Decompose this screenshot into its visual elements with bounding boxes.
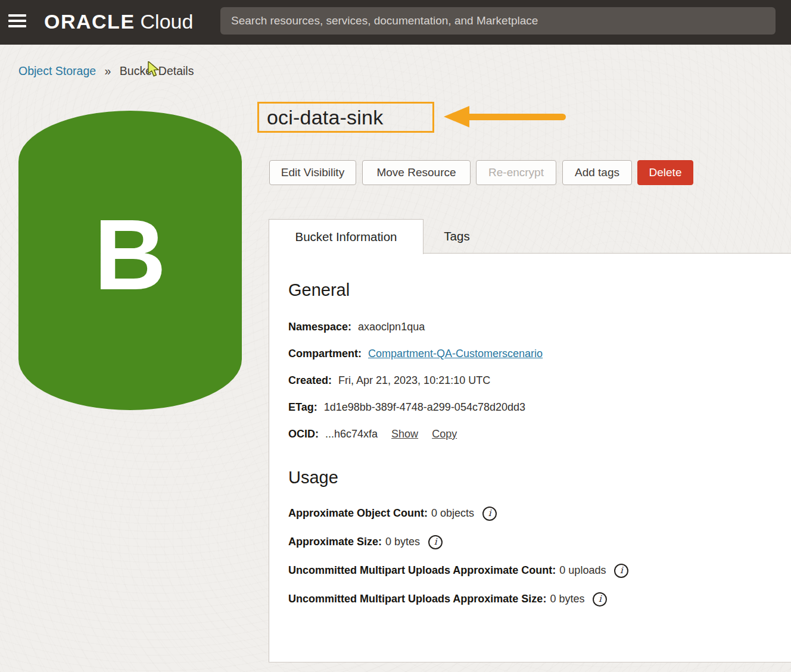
- page-title: oci-data-sink: [259, 106, 383, 129]
- search-input[interactable]: [220, 7, 776, 35]
- uncommitted-count-row: Uncommitted Multipart Uploads Approximat…: [288, 562, 767, 579]
- breadcrumb-object-storage-link[interactable]: Object Storage: [18, 64, 96, 77]
- info-icon[interactable]: i: [428, 535, 443, 549]
- uncommitted-size-row: Uncommitted Multipart Uploads Approximat…: [288, 591, 767, 607]
- bucket-icon-letter: B: [94, 198, 166, 323]
- etag-value: 1d1e98bb-389f-4748-a299-054c78d20dd3: [324, 401, 525, 413]
- info-icon[interactable]: i: [614, 564, 628, 578]
- bucket-title-highlight-box: oci-data-sink: [257, 102, 434, 133]
- delete-button[interactable]: Delete: [637, 160, 693, 185]
- ocid-row: OCID: ...h6c74xfa Show Copy: [288, 428, 767, 440]
- ocid-label: OCID:: [288, 428, 319, 440]
- namespace-value: axaoclpn1qua: [358, 321, 425, 333]
- ocid-copy-link[interactable]: Copy: [432, 428, 457, 440]
- etag-label: ETag:: [288, 401, 317, 413]
- general-heading: General: [288, 280, 767, 300]
- compartment-row: Compartment: Compartment-QA-Customerscen…: [288, 348, 767, 360]
- approx-size-label: Approximate Size:: [288, 536, 382, 548]
- created-value: Fri, Apr 21, 2023, 10:21:10 UTC: [338, 374, 490, 386]
- edit-visibility-button[interactable]: Edit Visibility: [269, 160, 356, 185]
- info-icon[interactable]: i: [593, 592, 607, 607]
- approx-object-count-row: Approximate Object Count: 0 objects i: [288, 505, 767, 521]
- bucket-icon: B: [18, 111, 242, 410]
- top-navigation-bar: ORACLECloud: [0, 0, 791, 45]
- tab-bucket-information[interactable]: Bucket Information: [269, 219, 423, 254]
- namespace-label: Namespace:: [288, 321, 351, 333]
- info-icon[interactable]: i: [482, 507, 497, 521]
- compartment-label: Compartment:: [288, 348, 362, 360]
- created-label: Created:: [288, 374, 332, 386]
- ocid-show-link[interactable]: Show: [391, 428, 418, 440]
- uncommitted-size-value: 0 bytes: [550, 593, 584, 605]
- move-resource-button[interactable]: Move Resource: [362, 160, 471, 185]
- oracle-cloud-logo[interactable]: ORACLECloud: [44, 10, 193, 33]
- approx-size-value: 0 bytes: [385, 536, 420, 548]
- tab-tags[interactable]: Tags: [423, 219, 490, 253]
- uncommitted-size-label: Uncommitted Multipart Uploads Approximat…: [288, 593, 546, 605]
- approx-object-count-label: Approximate Object Count:: [288, 507, 428, 520]
- add-tags-button[interactable]: Add tags: [562, 160, 632, 185]
- namespace-row: Namespace: axaoclpn1qua: [288, 321, 767, 333]
- approx-object-count-value: 0 objects: [431, 507, 474, 520]
- logo-cloud-text: Cloud: [141, 10, 194, 33]
- compartment-link[interactable]: Compartment-QA-Customerscenario: [368, 348, 543, 360]
- hamburger-menu-icon[interactable]: [8, 14, 26, 27]
- uncommitted-count-value: 0 uploads: [559, 564, 606, 577]
- re-encrypt-button: Re-encrypt: [476, 160, 556, 185]
- ocid-value: ...h6c74xfa: [325, 428, 378, 440]
- approx-size-row: Approximate Size: 0 bytes i: [288, 534, 767, 550]
- breadcrumb-separator: »: [105, 64, 111, 77]
- etag-row: ETag: 1d1e98bb-389f-4748-a299-054c78d20d…: [288, 401, 767, 413]
- mouse-cursor-icon: [147, 61, 161, 80]
- uncommitted-count-label: Uncommitted Multipart Uploads Approximat…: [288, 564, 556, 577]
- created-row: Created: Fri, Apr 21, 2023, 10:21:10 UTC: [288, 374, 767, 386]
- usage-heading: Usage: [288, 467, 767, 487]
- breadcrumb: Object Storage » Bucket Details: [18, 64, 194, 78]
- logo-oracle-text: ORACLE: [44, 10, 135, 33]
- bucket-information-panel: General Namespace: axaoclpn1qua Compartm…: [269, 253, 791, 662]
- annotation-arrow-icon: [444, 106, 566, 128]
